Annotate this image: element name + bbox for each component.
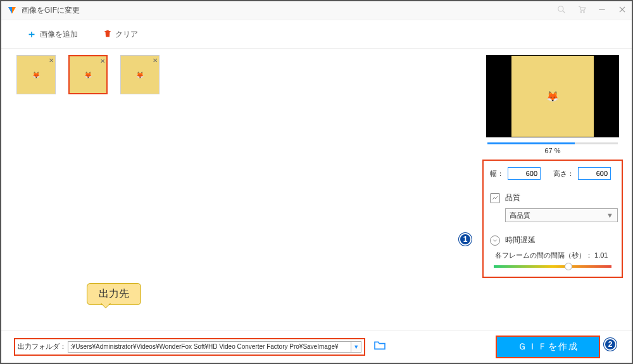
- preview-image: 🦊: [511, 56, 594, 137]
- width-label: 幅：: [490, 169, 504, 179]
- create-gif-button[interactable]: ＧＩＦを作成: [496, 336, 600, 358]
- output-path-input[interactable]: [68, 341, 351, 353]
- thumb-image-icon: 🦊: [32, 72, 40, 78]
- minimize-button[interactable]: [598, 5, 606, 16]
- chevron-down-icon: ▼: [606, 211, 613, 219]
- titlebar: 画像をGIFに変更: [1, 1, 632, 20]
- preview-box: 🦊: [486, 55, 619, 137]
- quality-heading: 品質: [505, 192, 520, 203]
- svg-line-1: [563, 11, 565, 13]
- height-input[interactable]: [578, 167, 611, 180]
- clear-button[interactable]: クリア: [103, 29, 138, 40]
- progress-fill: [487, 142, 575, 144]
- remove-thumb-icon[interactable]: ✕: [100, 58, 105, 65]
- delay-heading: 時間遅延: [505, 235, 536, 246]
- settings-panel: 幅： 高さ： 品質 高品質 ▼ 時間遅延: [482, 160, 623, 278]
- cart-icon[interactable]: [577, 5, 586, 16]
- svg-point-2: [580, 11, 582, 13]
- add-image-button[interactable]: ＋ 画像を追加: [27, 28, 78, 41]
- app-logo-icon: [6, 5, 18, 16]
- remove-thumb-icon[interactable]: ✕: [153, 57, 158, 64]
- delay-text: 各フレームの間の間隔（秒）： 1.01: [495, 251, 615, 260]
- clear-label: クリア: [115, 29, 138, 40]
- height-label: 高さ：: [553, 169, 574, 179]
- add-image-label: 画像を追加: [40, 29, 78, 40]
- plus-icon: ＋: [27, 28, 37, 41]
- thumb-image-icon: 🦊: [84, 72, 92, 78]
- width-input[interactable]: [508, 167, 541, 180]
- callout-text: 出力先: [99, 288, 129, 299]
- output-label: 出力フォルダ：: [18, 342, 66, 351]
- image-list-panel: ✕ 🦊 ✕ 🦊 ✕ 🦊 出力先: [1, 49, 473, 330]
- toolbar: ＋ 画像を追加 クリア: [1, 20, 632, 49]
- thumbnail-item[interactable]: ✕ 🦊: [120, 55, 160, 94]
- create-gif-label: ＧＩＦを作成: [518, 341, 579, 353]
- close-button[interactable]: [618, 5, 627, 16]
- thumbnail-item[interactable]: ✕ 🦊: [16, 55, 56, 94]
- progress-text: 67 %: [487, 147, 618, 154]
- delay-value: 1.01: [594, 251, 608, 259]
- annotation-badge-2: 2: [604, 338, 617, 351]
- thumbnail-item[interactable]: ✕ 🦊: [68, 55, 108, 94]
- search-icon[interactable]: [557, 5, 566, 16]
- quality-icon: [490, 193, 500, 203]
- remove-thumb-icon[interactable]: ✕: [49, 57, 54, 64]
- annotation-callout: 出力先: [87, 283, 141, 305]
- annotation-badge-1: 1: [459, 233, 472, 246]
- output-row: 出力フォルダ： ▼: [14, 338, 365, 356]
- output-dropdown-button[interactable]: ▼: [351, 341, 361, 353]
- svg-point-3: [584, 11, 585, 13]
- window-title: 画像をGIFに変更: [22, 5, 557, 16]
- right-panel: 🦊 67 % 幅： 高さ： 品質 高: [473, 49, 632, 330]
- quality-value: 高品質: [510, 211, 530, 220]
- svg-point-0: [558, 6, 563, 11]
- delay-slider[interactable]: [494, 265, 611, 268]
- bottom-bar: 出力フォルダ： ▼ ＧＩＦを作成: [1, 330, 632, 362]
- preview-image-icon: 🦊: [546, 91, 559, 103]
- slider-thumb[interactable]: [565, 263, 572, 270]
- thumb-image-icon: 🦊: [136, 72, 144, 78]
- open-folder-icon[interactable]: [373, 340, 386, 353]
- delay-icon: [490, 235, 500, 246]
- trash-icon: [103, 29, 112, 40]
- progress-bar[interactable]: [487, 142, 618, 144]
- quality-select[interactable]: 高品質 ▼: [505, 208, 618, 222]
